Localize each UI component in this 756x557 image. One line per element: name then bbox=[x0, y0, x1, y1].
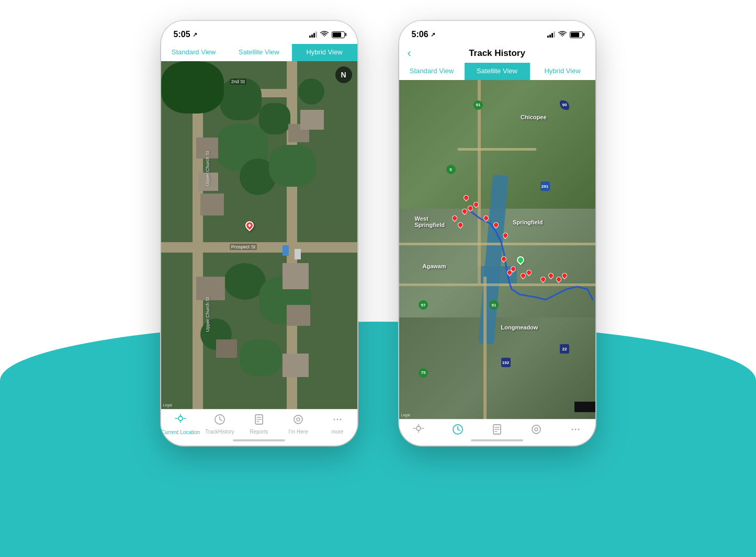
tab-more-icon-1 bbox=[332, 414, 343, 427]
road-h-prospect bbox=[161, 242, 357, 253]
tab-reports-label-1: Reports bbox=[250, 429, 268, 435]
location-arrow-1: ↗ bbox=[193, 31, 197, 38]
bldg-8 bbox=[287, 305, 310, 326]
battery-icon-2 bbox=[570, 31, 583, 38]
label-upper-church-2: Upper Church St bbox=[205, 297, 210, 332]
svg-point-0 bbox=[178, 416, 183, 420]
track-route-svg bbox=[399, 80, 595, 419]
tab-reports-1[interactable]: Reports bbox=[240, 414, 279, 435]
tab-location-label: Current Location bbox=[161, 429, 200, 435]
tab-hybrid-1[interactable]: Hybrid View bbox=[292, 44, 357, 61]
svg-point-14 bbox=[575, 429, 577, 430]
svg-point-5 bbox=[334, 419, 335, 420]
tab-more-label-1: more bbox=[332, 429, 344, 435]
tab-standard-label-2: Standard View bbox=[410, 67, 454, 75]
tab-track-icon-2 bbox=[452, 424, 464, 435]
tab-more-2[interactable] bbox=[556, 424, 595, 435]
map-legal-2: Legal bbox=[401, 413, 410, 417]
tab-standard-1[interactable]: Standard View bbox=[161, 44, 227, 61]
map-tabs-1: Standard View Satellite View Hybrid View bbox=[161, 44, 357, 61]
status-time-2: 5:06 ↗ bbox=[412, 30, 435, 39]
svg-point-4 bbox=[297, 418, 300, 421]
city-agawam: Agawam bbox=[423, 263, 446, 269]
tab-hybrid-label-2: Hybrid View bbox=[544, 67, 580, 75]
battery-icon-1 bbox=[332, 31, 345, 38]
time-display-1: 5:05 bbox=[174, 30, 190, 39]
wifi-icon-2 bbox=[558, 31, 567, 39]
tab-track-icon-1 bbox=[214, 414, 225, 427]
svg-point-15 bbox=[578, 429, 580, 430]
bldg-5 bbox=[200, 194, 224, 215]
home-indicator-2 bbox=[471, 439, 523, 441]
hw-291: 291 bbox=[540, 181, 550, 191]
svg-point-11 bbox=[532, 425, 540, 434]
bldg-2 bbox=[300, 110, 324, 130]
wifi-icon-1 bbox=[320, 31, 329, 39]
veg-11 bbox=[161, 61, 224, 113]
veg-9 bbox=[240, 339, 281, 376]
tab-hybrid-label-1: Hybrid View bbox=[306, 48, 342, 56]
map-area-1[interactable]: 2nd St Prospect St Upper Church St Upper… bbox=[161, 61, 357, 409]
tab-track-label-1: TrackHistory bbox=[205, 429, 234, 435]
map-tabs-2: Standard View Satellite View Hybrid View bbox=[399, 63, 595, 80]
tab-satellite-label-2: Satellite View bbox=[477, 67, 517, 75]
hw-5: 5 bbox=[446, 165, 456, 174]
tab-track-2[interactable] bbox=[438, 424, 478, 435]
tab-track-history-1[interactable]: TrackHistory bbox=[200, 414, 240, 435]
status-time-1: 5:05 ↗ bbox=[174, 30, 197, 39]
tab-reports-icon-1 bbox=[253, 414, 265, 427]
map-corner-block bbox=[574, 402, 595, 412]
status-icons-1 bbox=[309, 31, 345, 39]
car-2 bbox=[295, 249, 301, 259]
hw-22: 22 bbox=[560, 344, 569, 354]
tab-standard-label-1: Standard View bbox=[172, 48, 216, 56]
map-satellite-1: 2nd St Prospect St Upper Church St Upper… bbox=[161, 61, 357, 409]
tab-satellite-1[interactable]: Satellite View bbox=[227, 44, 292, 61]
tab-standard-2[interactable]: Standard View bbox=[399, 63, 465, 80]
svg-point-8 bbox=[416, 426, 421, 430]
svg-point-12 bbox=[535, 428, 538, 431]
back-button-2[interactable]: ‹ bbox=[408, 47, 411, 60]
phone-2: 5:06 ↗ bbox=[399, 21, 595, 446]
tab-current-location[interactable]: Current Location bbox=[161, 414, 200, 435]
bldg-6 bbox=[196, 277, 225, 300]
tab-satellite-label-1: Satellite View bbox=[239, 48, 279, 56]
tab-imhere-2[interactable] bbox=[517, 424, 556, 435]
tab-bar-2 bbox=[399, 419, 595, 446]
bldg-9 bbox=[216, 339, 237, 358]
home-indicator-1 bbox=[233, 439, 285, 441]
tab-imhere-icon-2 bbox=[531, 424, 542, 435]
phones-container: 5:05 ↗ bbox=[0, 21, 756, 557]
tab-imhere-label-1: I'm Here bbox=[288, 429, 308, 435]
tab-imhere-icon-1 bbox=[292, 414, 304, 427]
map-area-2[interactable]: Chicopee WestSpringfield Springfield Aga… bbox=[399, 80, 595, 419]
hw-91-north: 91 bbox=[473, 100, 483, 110]
tab-location-2[interactable] bbox=[399, 424, 438, 435]
svg-point-13 bbox=[572, 429, 573, 430]
tab-reports-icon-2 bbox=[491, 424, 503, 435]
compass-1: N bbox=[335, 66, 352, 83]
city-chicopee: Chicopee bbox=[521, 114, 547, 120]
bldg-10 bbox=[283, 354, 309, 377]
bldg-7 bbox=[283, 263, 309, 289]
car-1 bbox=[283, 245, 289, 256]
svg-point-7 bbox=[340, 419, 342, 420]
label-upper-church-1: Upper Church St bbox=[205, 151, 210, 186]
tab-more-1[interactable]: more bbox=[318, 414, 357, 435]
svg-point-3 bbox=[294, 415, 302, 424]
veg-5 bbox=[269, 145, 316, 187]
status-bar-2: 5:06 ↗ bbox=[399, 21, 595, 44]
tab-hybrid-2[interactable]: Hybrid View bbox=[530, 63, 595, 80]
label-2nd-st: 2nd St bbox=[230, 78, 246, 85]
nav-title-2: Track History bbox=[469, 48, 525, 59]
tab-satellite-2[interactable]: Satellite View bbox=[465, 63, 530, 80]
status-icons-2 bbox=[547, 31, 583, 39]
veg-1 bbox=[220, 78, 262, 120]
tab-reports-2[interactable] bbox=[478, 424, 517, 435]
city-longmeadow: Longmeadow bbox=[501, 324, 538, 331]
tab-more-icon-2 bbox=[570, 424, 581, 435]
location-pin-1 bbox=[243, 220, 255, 232]
nav-bar-2: ‹ Track History bbox=[399, 44, 595, 63]
tab-im-here-1[interactable]: I'm Here bbox=[279, 414, 318, 435]
city-springfield: Springfield bbox=[513, 219, 543, 225]
